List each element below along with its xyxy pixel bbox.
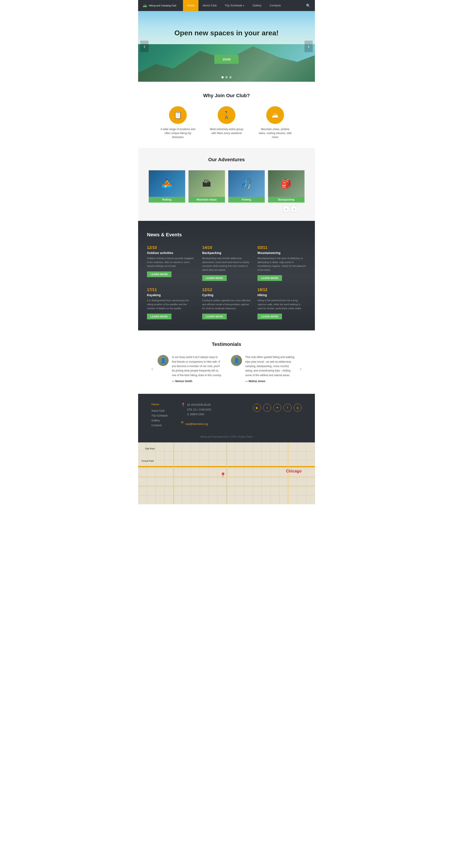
learn-more-button-1[interactable]: LEARN MORE — [147, 272, 172, 277]
learn-more-button-4[interactable]: LEARN MORE — [147, 314, 172, 319]
nav-link-home[interactable]: Home — [183, 0, 199, 11]
hero-dot-3[interactable] — [230, 76, 232, 79]
testimonial-item-2: 👤 This club offers guided hiking and wal… — [231, 355, 296, 383]
footer-nav: Home About Club Trip Schedule Gallery Co… — [151, 403, 168, 429]
nav-item-gallery[interactable]: Gallery — [249, 0, 266, 11]
news-date-1: 12/10 — [147, 245, 195, 250]
adventures-nav: ‹ › — [147, 203, 306, 216]
testimonial-item-1: 👤 In our busy world it isn't always easy… — [157, 355, 222, 383]
news-date-5: 12/12 — [202, 287, 251, 292]
adventures-grid: 🚣 Rafting 🏔 Mountain vistas 🎣 Fishing 🎒 … — [147, 170, 306, 203]
news-title-4: Kayaking — [147, 293, 195, 297]
news-desc-5: Cycling is widely regarded as a very eff… — [202, 299, 251, 310]
learn-more-button-3[interactable]: LEARN MORE — [258, 275, 282, 281]
logo-icon: ⛰ — [143, 3, 147, 8]
feature-text-1: A wide range of locations and often uniq… — [160, 127, 195, 139]
map-label-forestpark: Forest Park — [142, 460, 154, 462]
adventure-label-backpacking: Backpacking — [268, 197, 304, 203]
hero-next-button[interactable]: › — [304, 41, 313, 52]
adventure-img-backpacking: 🎒 — [268, 170, 304, 197]
feature-item-2: 🚶 Meet extremely active group with hikes… — [209, 106, 244, 139]
hero-join-button[interactable]: JOIN — [214, 55, 238, 64]
hero-dots — [221, 76, 232, 79]
news-date-4: 17/11 — [147, 287, 195, 292]
navbar: ⛰ Hiking and Camping Club Home About Clu… — [138, 0, 315, 11]
footer-address: 📍 28 JACKSON BLVD STE 15 L CHICAGO IL 60… — [181, 403, 240, 429]
social-icon-twitter[interactable]: ✦ — [273, 404, 281, 412]
feature-text-3: Mountain vistas, pristine lakes, rushing… — [258, 127, 293, 139]
nav-item-contacts[interactable]: Contacts — [266, 0, 285, 11]
social-icon-instagram[interactable]: ◎ — [294, 404, 302, 412]
why-join-title: Why Join Our Club? — [151, 93, 302, 98]
site-name: Hiking and Camping Club — [149, 4, 176, 7]
news-desc-6: Hiking is the preferred term for a long,… — [258, 299, 306, 310]
hero-dot-2[interactable] — [225, 76, 228, 79]
hero-dot-1[interactable] — [221, 76, 223, 79]
learn-more-button-2[interactable]: LEARN MORE — [202, 275, 227, 281]
footer-link-contacts[interactable]: Contacts — [151, 424, 168, 427]
social-icons-row: ▶ t ✦ f ◎ — [253, 404, 302, 412]
mountain-icon: ⛰ — [272, 111, 279, 119]
learn-more-button-5[interactable]: LEARN MORE — [202, 314, 227, 319]
testimonials-next-button[interactable]: › — [300, 366, 302, 372]
map-section: Oak Park Forest Park Chicago 📍 — [138, 442, 315, 504]
news-grid: 12/10 Outdoor activities Outdoor activit… — [147, 245, 306, 319]
footer-copyright: Hiking and Camping Club © 2015. Privacy … — [138, 435, 315, 442]
locations-icon: 📋 — [174, 111, 182, 119]
why-join-section: Why Join Our Club? 📋 A wide range of loc… — [138, 82, 315, 148]
email-icon: ✉ — [181, 421, 184, 424]
testimonials-prev-button[interactable]: ‹ — [151, 366, 153, 372]
testimonials-content: 👤 In our busy world it isn't always easy… — [157, 355, 296, 383]
footer-social: ▶ t ✦ f ◎ — [253, 403, 302, 429]
search-icon[interactable]: 🔍 — [306, 3, 310, 8]
news-item-5: 12/12 Cycling Cycling is widely regarded… — [202, 287, 251, 319]
testimonial-author-1: — Nelson Smith — [172, 380, 222, 383]
footer-link-gallery[interactable]: Gallery — [151, 419, 168, 422]
testimonial-body-1: In our busy world it isn't always easy t… — [172, 355, 222, 383]
news-title-5: Cycling — [202, 293, 251, 297]
news-date-6: 18/12 — [258, 287, 306, 292]
footer: Home About Club Trip Schedule Gallery Co… — [138, 394, 315, 435]
social-icon-tumblr[interactable]: t — [263, 404, 271, 412]
map-label-oakpark: Oak Park — [145, 447, 155, 450]
site-logo[interactable]: ⛰ Hiking and Camping Club — [143, 3, 176, 8]
map-road-vertical-2 — [227, 442, 227, 504]
map-label-chicago: Chicago — [286, 469, 302, 473]
news-date-3: 03/11 — [258, 245, 306, 250]
adventure-card-mountain[interactable]: 🏔 Mountain vistas — [188, 170, 225, 203]
news-title-6: Hiking — [258, 293, 306, 297]
nav-link-contacts[interactable]: Contacts — [266, 0, 285, 11]
testimonials-section: Testimonials ‹ 👤 In our busy world it is… — [138, 331, 315, 394]
feature-icon-locations: 📋 — [169, 106, 187, 124]
adventure-card-fishing[interactable]: 🎣 Fishing — [228, 170, 265, 203]
news-item-6: 18/12 Hiking Hiking is the preferred ter… — [258, 287, 306, 319]
hero-content: Open new spaces in your area! JOIN — [174, 29, 278, 64]
nav-item-about[interactable]: About Club — [199, 0, 220, 11]
footer-link-trip[interactable]: Trip Schedule — [151, 414, 168, 417]
news-item-1: 12/10 Outdoor activities Outdoor activit… — [147, 245, 195, 281]
hero-prev-button[interactable]: ‹ — [140, 41, 149, 52]
adventure-img-rafting: 🚣 — [149, 170, 185, 197]
social-icon-youtube[interactable]: ▶ — [253, 404, 261, 412]
nav-link-trip[interactable]: Trip Schedule — [221, 0, 249, 11]
nav-link-about[interactable]: About Club — [199, 0, 220, 11]
footer-email: mail@demolink.org — [185, 423, 208, 426]
adventures-section: Our Adventures 🚣 Rafting 🏔 Mountain vist… — [138, 148, 315, 221]
news-desc-4: It is distinguished from canoeing by the… — [147, 299, 195, 310]
feature-icon-group: 🚶 — [218, 106, 235, 124]
adventure-card-backpacking[interactable]: 🎒 Backpacking — [268, 170, 304, 203]
testimonial-body-2: This club offers guided hiking and walki… — [245, 355, 296, 383]
footer-link-about[interactable]: About Club — [151, 409, 168, 412]
adventures-prev-button[interactable]: ‹ — [283, 206, 289, 212]
learn-more-button-6[interactable]: LEARN MORE — [258, 314, 282, 319]
adventure-card-rafting[interactable]: 🚣 Rafting — [149, 170, 185, 203]
news-events-title: News & Events — [147, 232, 306, 238]
nav-item-trip[interactable]: Trip Schedule — [221, 0, 249, 11]
testimonial-text-1: In our busy world it isn't always easy t… — [172, 355, 222, 377]
adventures-next-button[interactable]: › — [291, 206, 297, 212]
nav-item-home[interactable]: Home — [183, 0, 199, 11]
nav-menu: Home About Club Trip Schedule Gallery Co… — [183, 0, 306, 11]
testimonials-title: Testimonials — [151, 341, 302, 347]
nav-link-gallery[interactable]: Gallery — [249, 0, 266, 11]
social-icon-facebook[interactable]: f — [283, 404, 292, 412]
